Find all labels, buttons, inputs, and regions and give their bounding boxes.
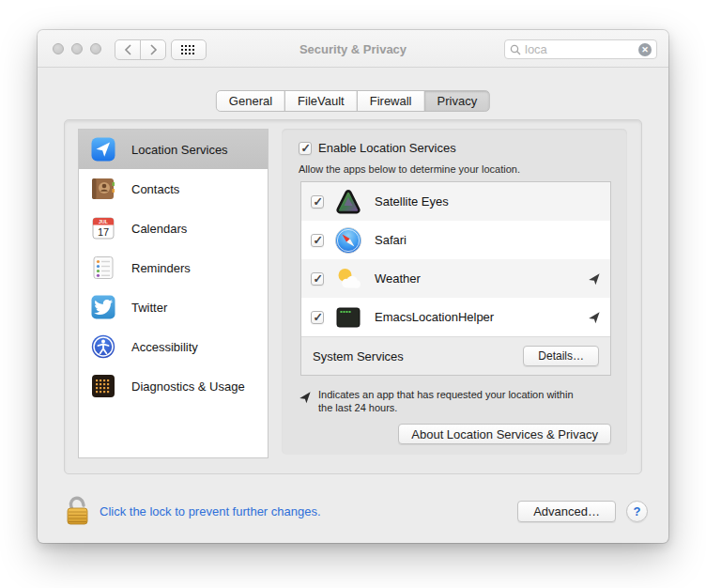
satellite-eyes-icon bbox=[334, 188, 362, 216]
enable-location-checkbox[interactable] bbox=[299, 142, 312, 155]
location-services-icon bbox=[91, 137, 115, 162]
sidebar-item-location-services[interactable]: Location Services bbox=[79, 130, 268, 169]
app-row-emacslocationhelper[interactable]: EmacsLocationHelper bbox=[301, 298, 610, 336]
sidebar-item-diagnostics[interactable]: Diagnostics & Usage bbox=[79, 366, 268, 406]
app-checkbox[interactable] bbox=[311, 195, 324, 209]
twitter-icon bbox=[91, 295, 115, 319]
enable-location-row: Enable Location Services bbox=[299, 141, 456, 155]
safari-icon bbox=[334, 226, 362, 255]
about-location-services-button[interactable]: About Location Services & Privacy bbox=[398, 424, 611, 444]
advanced-button[interactable]: Advanced… bbox=[517, 501, 616, 522]
sidebar-item-label: Diagnostics & Usage bbox=[131, 379, 245, 394]
enable-location-label: Enable Location Services bbox=[318, 141, 456, 155]
tab-filevault[interactable]: FileVault bbox=[284, 90, 358, 112]
contacts-icon bbox=[91, 177, 115, 201]
app-name: Satellite Eyes bbox=[375, 194, 449, 209]
system-services-label: System Services bbox=[313, 349, 404, 364]
svg-text:JUL: JUL bbox=[99, 219, 109, 224]
app-checkbox[interactable] bbox=[311, 234, 324, 247]
app-checkbox[interactable] bbox=[311, 272, 324, 286]
sidebar-item-label: Contacts bbox=[131, 182, 179, 196]
recent-location-arrow-icon bbox=[588, 272, 601, 286]
app-row-satellite-eyes[interactable]: Satellite Eyes bbox=[301, 182, 610, 221]
sidebar-item-label: Twitter bbox=[131, 301, 167, 315]
help-button[interactable]: ? bbox=[626, 501, 648, 522]
sidebar-item-label: Reminders bbox=[131, 261, 191, 275]
footnote-line-2: the last 24 hours. bbox=[318, 401, 574, 414]
emacslocationhelper-icon bbox=[334, 303, 362, 332]
security-privacy-window: Security & Privacy loca ✕ General FileVa… bbox=[38, 30, 668, 543]
search-field[interactable]: loca ✕ bbox=[504, 39, 657, 59]
panel-subtitle: Allow the apps below to determine your l… bbox=[299, 163, 520, 175]
svg-text:17: 17 bbox=[98, 226, 109, 238]
privacy-sidebar: Location Services Contacts bbox=[78, 129, 269, 458]
clear-search-button[interactable]: ✕ bbox=[638, 43, 652, 56]
sidebar-item-label: Calendars bbox=[131, 222, 187, 236]
sidebar-item-label: Location Services bbox=[131, 143, 228, 157]
tab-privacy[interactable]: Privacy bbox=[424, 90, 491, 112]
footnote-text: Indicates an app that has requested your… bbox=[318, 388, 574, 414]
titlebar: Security & Privacy loca ✕ bbox=[38, 30, 668, 68]
reminders-icon bbox=[91, 255, 115, 280]
lock-hint-text: Click the lock to prevent further change… bbox=[100, 504, 321, 518]
app-row-weather[interactable]: Weather bbox=[301, 259, 610, 298]
search-input-value[interactable]: loca bbox=[525, 42, 638, 56]
sidebar-item-twitter[interactable]: Twitter bbox=[79, 287, 268, 327]
sidebar-item-calendars[interactable]: JUL 17 Calendars bbox=[79, 209, 268, 248]
recent-location-arrow-icon bbox=[588, 311, 601, 324]
app-checkbox[interactable] bbox=[311, 311, 324, 324]
app-name: Safari bbox=[375, 233, 407, 247]
weather-icon bbox=[334, 265, 362, 293]
tab-firewall[interactable]: Firewall bbox=[357, 90, 425, 112]
app-list: Satellite Eyes Safari bbox=[300, 181, 611, 376]
sidebar-item-accessibility[interactable]: Accessibility bbox=[79, 327, 268, 366]
sidebar-item-label: Accessibility bbox=[131, 340, 198, 354]
sidebar-item-reminders[interactable]: Reminders bbox=[79, 248, 268, 287]
diagnostics-icon bbox=[91, 374, 115, 398]
footnote-line-1: Indicates an app that has requested your… bbox=[318, 388, 574, 401]
sidebar-item-contacts[interactable]: Contacts bbox=[79, 169, 268, 209]
calendars-icon: JUL 17 bbox=[91, 216, 115, 240]
tab-general[interactable]: General bbox=[216, 90, 285, 112]
location-services-panel: Enable Location Services Allow the apps … bbox=[282, 129, 627, 455]
recent-location-arrow-icon bbox=[299, 391, 312, 404]
unlocked-lock-icon[interactable] bbox=[62, 490, 92, 528]
app-name: EmacsLocationHelper bbox=[375, 310, 494, 324]
app-row-safari[interactable]: Safari bbox=[301, 221, 610, 259]
tab-bar: General FileVault Firewall Privacy bbox=[216, 90, 490, 112]
search-icon bbox=[510, 44, 521, 55]
accessibility-icon bbox=[91, 334, 115, 359]
details-button[interactable]: Details… bbox=[523, 346, 599, 366]
app-name: Weather bbox=[375, 271, 421, 286]
recent-location-footnote: Indicates an app that has requested your… bbox=[299, 388, 574, 414]
system-services-row: System Services Details… bbox=[301, 336, 610, 375]
